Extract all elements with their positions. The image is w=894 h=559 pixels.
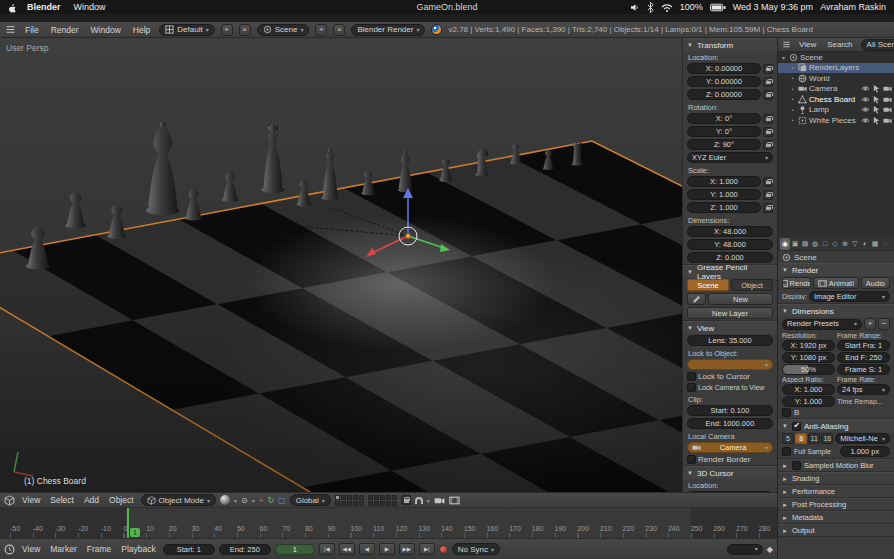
volume-icon[interactable] — [630, 2, 640, 13]
clip-end-field[interactable]: End: 1000.000 — [687, 418, 773, 429]
timeline-menu-item[interactable]: Frame — [84, 544, 115, 554]
lock-scene-icon[interactable] — [401, 495, 411, 505]
selectable-cursor-icon[interactable] — [872, 95, 881, 104]
location-z-field[interactable]: Z: 0.00000 — [687, 89, 761, 100]
expander-icon[interactable] — [780, 54, 787, 61]
panel-header-transform[interactable]: ▼Transform — [683, 38, 777, 51]
snap-magnet-icon[interactable] — [415, 497, 423, 504]
aa-checkbox[interactable] — [792, 422, 801, 431]
properties-tab-icon[interactable]: ◉ — [780, 238, 790, 250]
timeline-ruler[interactable]: -50-40-30-20-100102030405060708090100110… — [0, 507, 777, 538]
display-dropdown[interactable]: Image Editor — [809, 291, 890, 302]
outliner-row-renderlayers[interactable]: RenderLayers — [778, 63, 894, 74]
outliner-row-lamp[interactable]: Lamp — [778, 105, 894, 116]
gp-object-tab[interactable]: Object — [731, 279, 773, 291]
panel-header-grease-pencil[interactable]: ▼Grease Pencil Layers — [683, 265, 777, 278]
gp-new-button[interactable]: New — [708, 293, 773, 305]
outliner-menu-item[interactable]: Search — [824, 40, 855, 49]
selectable-cursor-icon[interactable] — [872, 116, 881, 125]
playback-button[interactable]: ▶▶ — [399, 543, 415, 555]
render-button[interactable]: Render — [782, 277, 811, 289]
frame-start-field[interactable]: Start Fra: 1 — [837, 340, 890, 351]
layers-grid[interactable] — [335, 495, 364, 506]
outliner-row-white-pieces[interactable]: White Pieces — [778, 115, 894, 126]
preset-add-button[interactable]: + — [864, 318, 876, 330]
lens-field[interactable]: Lens: 35.000 — [687, 335, 773, 346]
lock-icon[interactable] — [763, 177, 773, 187]
lock-icon[interactable] — [763, 127, 773, 137]
preset-remove-button[interactable]: − — [878, 318, 890, 330]
opengl-render-anim-icon[interactable] — [449, 495, 460, 506]
collapsed-panel[interactable]: ► Post Processing — [778, 498, 894, 511]
rotation-y-field[interactable]: Y: 0° — [687, 126, 761, 137]
outliner-row-camera[interactable]: Camera — [778, 84, 894, 95]
dimensions-x-field[interactable]: X: 48.000 — [687, 226, 773, 237]
dimensions-z-field[interactable]: Z: 0.000 — [687, 252, 773, 263]
location-y-field[interactable]: Y: 0.00000 — [687, 76, 761, 87]
outliner-row-scene[interactable]: Scene — [778, 52, 894, 63]
menubar-app-name[interactable]: Blender — [27, 2, 61, 12]
outliner-display-dropdown[interactable]: All Scenes — [861, 39, 894, 51]
panel-header-render[interactable]: ▼Render — [778, 263, 894, 276]
playback-button[interactable]: ◀ — [359, 543, 375, 555]
render-presets-dropdown[interactable]: Render Presets — [782, 319, 862, 330]
layers-grid-2[interactable] — [368, 495, 397, 506]
properties-tab-icon[interactable]: ▦ — [870, 238, 880, 250]
selectable-cursor-icon[interactable] — [872, 84, 881, 93]
visibility-eye-icon[interactable] — [861, 105, 870, 114]
full-sample-checkbox[interactable] — [782, 447, 791, 456]
scale-y-field[interactable]: Y: 1.000 — [687, 189, 761, 200]
properties-tab-icon[interactable]: ⊕ — [840, 238, 850, 250]
gp-draw-button[interactable] — [687, 293, 706, 305]
render-audio-button[interactable]: Audio — [861, 277, 890, 289]
scene-add-button[interactable]: + — [315, 24, 327, 36]
properties-tab-icon[interactable]: ◐ — [860, 238, 870, 250]
collapsed-panel[interactable]: ► Shading — [778, 472, 894, 485]
opengl-render-icon[interactable] — [434, 495, 445, 506]
lock-to-cursor-checkbox[interactable] — [687, 372, 696, 381]
playback-button[interactable]: ▶ — [379, 543, 395, 555]
aa-filter-size-field[interactable]: 1.000 px — [840, 446, 890, 457]
3d-viewport[interactable]: User Persp (1) Chess Board — [0, 38, 682, 492]
lock-icon[interactable] — [763, 140, 773, 150]
timeline-menu-item[interactable]: Marker — [47, 544, 79, 554]
render-border-checkbox[interactable] — [687, 455, 696, 464]
layout-delete-button[interactable]: × — [239, 24, 251, 36]
info-editor-icon[interactable] — [5, 24, 16, 35]
lock-icon[interactable] — [763, 114, 773, 124]
current-frame-line[interactable] — [127, 508, 129, 538]
visibility-eye-icon[interactable] — [861, 95, 870, 104]
record-button[interactable] — [439, 545, 448, 554]
viewport-menu-item[interactable]: Select — [47, 495, 77, 505]
rotation-mode-dropdown[interactable]: XYZ Euler — [687, 152, 773, 163]
fps-dropdown[interactable]: 24 fps — [837, 384, 890, 395]
playback-button[interactable]: ◀◀ — [339, 543, 355, 555]
frame-start-field[interactable]: Start: 1 — [163, 544, 215, 555]
render-animation-button[interactable]: Animati — [813, 277, 859, 289]
scene-delete-button[interactable]: × — [333, 24, 345, 36]
location-x-field[interactable]: X: 0.00000 — [687, 63, 761, 74]
panel-sampled-motion-blur[interactable]: ► Sampled Motion Blur — [778, 459, 894, 472]
timeline-menu-item[interactable]: View — [19, 544, 43, 554]
viewport-shading-icon[interactable] — [220, 495, 230, 505]
info-menu-item[interactable]: File — [22, 25, 42, 35]
bluetooth-icon[interactable] — [647, 2, 654, 13]
selectable-cursor-icon[interactable] — [872, 105, 881, 114]
lock-icon[interactable] — [763, 190, 773, 200]
aspect-y-field[interactable]: Y: 1.000 — [782, 396, 835, 407]
aspect-x-field[interactable]: X: 1.000 — [782, 384, 835, 395]
timeline-editor-icon[interactable] — [4, 544, 15, 555]
manipulator-rotate-icon[interactable]: ↻ — [267, 496, 274, 505]
sync-dropdown[interactable]: No Sync▾ — [452, 543, 500, 555]
rotation-z-field[interactable]: Z: 90° — [687, 139, 761, 150]
panel-header-anti-aliasing[interactable]: ▼Anti-Aliasing — [778, 419, 894, 432]
pivot-point-icon[interactable]: ⊙ — [241, 496, 248, 505]
info-menu-item[interactable]: Window — [88, 25, 124, 35]
menubar-user[interactable]: Avraham Raskin — [820, 2, 886, 12]
properties-tab-icon[interactable]: ▤ — [800, 238, 810, 250]
aa-samples-button[interactable]: 11 — [808, 433, 820, 444]
outliner-row-chess-board[interactable]: Chess Board — [778, 94, 894, 105]
lock-camera-checkbox[interactable] — [687, 383, 696, 392]
renderable-camera-icon[interactable] — [883, 84, 892, 93]
screen-layout-dropdown[interactable]: Default▾ — [159, 24, 214, 36]
